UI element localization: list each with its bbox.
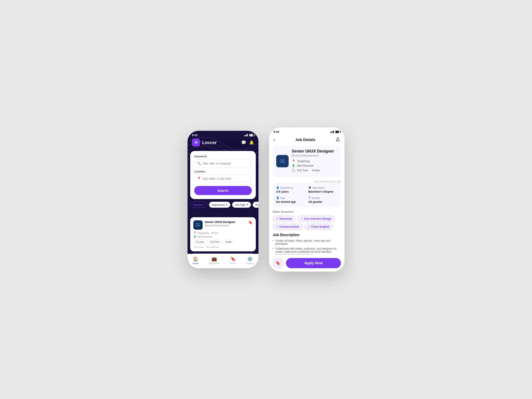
check-icon-1: ✓ <box>276 217 278 220</box>
nav-application[interactable]: 💼 Application <box>209 256 220 265</box>
filter-row: Remote ▾ Experience ▾ Job Type ▾ Post <box>188 199 259 209</box>
filter-experience-chevron: ▾ <box>226 203 228 206</box>
skills-section: Skills Required ✓ Teamwork ✓ User Interf… <box>273 210 341 230</box>
right-phone: 9:41 ‹ Job Details <box>269 127 344 272</box>
job-card-blizzard[interactable]: BLIZZARD Senior UI/UX Designer Blizzard … <box>190 217 256 251</box>
share-button[interactable] <box>336 137 340 143</box>
filter-remote[interactable]: Remote ▾ <box>190 202 207 208</box>
education-cell: 🎓 Education Bachelor's Degree <box>308 186 337 193</box>
status-bar-left: 9:41 <box>188 131 259 139</box>
filter-post-label: Post <box>256 203 259 206</box>
keywords-input-wrap: 🔍 <box>194 159 252 167</box>
location-input-wrap: 📍 <box>194 174 252 183</box>
search-button[interactable]: Search <box>194 186 252 195</box>
header-icons: 💬 🔔 <box>241 140 254 145</box>
check-icon-3: ✓ <box>276 225 278 228</box>
home-icon: 🏠 <box>193 256 198 262</box>
app-header: ✕ Loccer 💬 🔔 <box>188 139 259 151</box>
filter-experience[interactable]: Experience ▾ <box>209 202 230 208</box>
nav-home-label: Home <box>193 262 199 265</box>
gender-cell: ⚧ Gender All gender <box>308 196 337 203</box>
education-value: Bachelor's Degree <box>308 190 337 193</box>
education-icon: 🎓 <box>308 186 311 189</box>
skill-teamwork: ✓ Teamwork <box>273 216 296 222</box>
filter-remote-label: Remote <box>193 203 202 206</box>
saved-icon: 🔖 <box>230 256 236 262</box>
info-grid: 👤 Experience 3-6 years 🎓 Education Bache… <box>273 183 341 207</box>
briefcase-icon-detail: 📋 <box>292 169 295 172</box>
status-bar-right: 9:41 <box>269 127 344 135</box>
filter-job-type[interactable]: Job Type ▾ <box>232 202 251 208</box>
search-card: Keywords 🔍 Location 📍 Search <box>190 151 256 199</box>
job-salary-blizzard: 💲 $40-55/month <box>193 235 253 238</box>
save-button[interactable]: 🔖 <box>273 258 283 268</box>
battery-icon <box>249 134 254 137</box>
bottom-action: 🔖 Apply Now <box>269 254 344 272</box>
experience-label: Experience <box>280 186 293 189</box>
job-company-blizzard: Blizzard Entertainment <box>205 224 248 227</box>
location-input[interactable] <box>203 177 249 180</box>
tag-exp: 3-6 year <box>193 240 206 244</box>
skill-english-label: Fluent English <box>311 225 330 228</box>
skill-ui-label: User Interface Design <box>304 217 331 220</box>
company-logo-big: BLIZZARD <box>276 155 289 167</box>
keywords-input[interactable] <box>203 162 249 165</box>
work-mode-detail: Onsite <box>312 169 320 172</box>
bell-icon[interactable]: 🔔 <box>249 140 254 145</box>
keywords-label: Keywords <box>194 155 252 158</box>
skill-ui-design: ✓ User Interface Design <box>297 216 335 222</box>
nav-home[interactable]: 🏠 Home <box>193 256 199 265</box>
chat-icon[interactable]: 💬 <box>241 140 246 145</box>
job-title-blizzard: Senior UI/UX Designer <box>205 220 248 224</box>
signal-icon-right <box>330 131 334 133</box>
application-icon: 💼 <box>211 256 217 262</box>
company-name-detail: Blizzard Entertainment <box>292 154 334 157</box>
app-logo: ✕ <box>192 139 200 146</box>
job-meta-blizzard: 📍 Tangerang · 4.6 km <box>193 231 253 234</box>
bookmark-blizzard[interactable]: 🔖 <box>248 220 253 225</box>
status-icons-right <box>330 131 340 133</box>
apply-now-button[interactable]: Apply Now <box>286 258 341 268</box>
age-cell: 👤 Age No limited age <box>276 196 305 203</box>
job-type-detail: Full Time <box>297 169 308 172</box>
nav-saved[interactable]: 🔖 Saved <box>230 256 236 265</box>
logo-area: ✕ Loccer <box>192 139 217 146</box>
experience-cell: 👤 Experience 3-6 years <box>276 186 305 193</box>
filter-post[interactable]: Post <box>253 202 259 208</box>
age-value: No limited age <box>276 200 305 203</box>
logo-letter: ✕ <box>194 140 198 145</box>
setting-icon: ⚙️ <box>247 256 253 262</box>
filter-remote-chevron: ▾ <box>203 203 204 206</box>
job-detail-header: ‹ Job Details <box>269 135 344 146</box>
skills-label: Skills Required <box>273 210 341 214</box>
job-location-detail: Tangerang <box>297 160 310 163</box>
skills-grid: ✓ Teamwork ✓ User Interface Design ✓ Com… <box>273 216 341 230</box>
skill-comm-label: Communication <box>279 225 299 228</box>
detail-page-title: Job Details <box>295 138 316 142</box>
location-icon-b: 📍 <box>193 231 196 234</box>
check-icon-2: ✓ <box>301 217 303 220</box>
left-phone: 9:41 ✕ Loccer 💬 <box>188 131 259 268</box>
skill-teamwork-label: Teamwork <box>279 217 292 220</box>
nav-application-label: Application <box>209 262 220 265</box>
filter-experience-label: Experience <box>212 203 225 206</box>
nav-setting[interactable]: ⚙️ Setting <box>247 256 253 265</box>
job-location-blizzard: Tangerang · 4.6 km <box>197 232 218 234</box>
salary-icon-b: 💲 <box>193 235 196 238</box>
location-label: Location <box>194 170 252 173</box>
bullet-1: • <box>273 239 273 245</box>
job-tags-blizzard: 3-6 year Full Time Onsite <box>193 240 253 244</box>
signal-icon <box>244 134 248 136</box>
back-button[interactable]: ‹ <box>273 137 275 143</box>
tag-type: Full Time <box>208 240 222 244</box>
right-phone-content: 9:41 ‹ Job Details <box>269 127 344 272</box>
search-icon: 🔍 <box>197 162 201 165</box>
scene: 9:41 ✕ Loccer 💬 <box>174 114 358 285</box>
status-icons-left <box>244 134 254 137</box>
blizzard-logo: BLIZZARD <box>193 220 203 230</box>
check-icon-4: ✓ <box>308 225 310 228</box>
job-title-detail: Senior UI/UX Designer <box>292 149 334 154</box>
desc-title: Job Description <box>273 233 341 237</box>
filter-jobtype-chevron: ▾ <box>247 203 248 206</box>
filter-jobtype-label: Job Type <box>235 203 245 206</box>
